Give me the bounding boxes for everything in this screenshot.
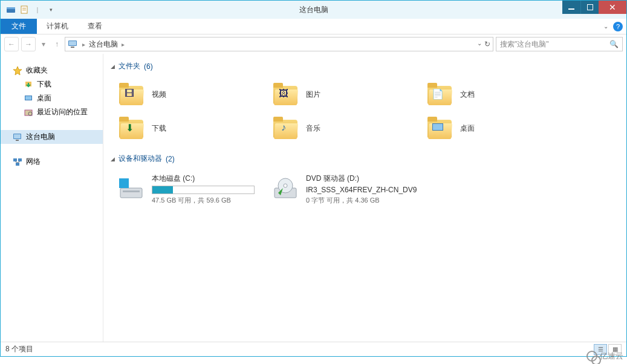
qat-separator: | [32, 4, 43, 15]
window-title: 这台电脑 [1, 5, 626, 15]
navigation-bar: ← → ▾ ↑ ▸ 这台电脑 ▸ ⌄ ↻ 搜索"这台电脑" 🔍 [1, 34, 626, 54]
tree-item-recent[interactable]: 最近访问的位置 [1, 105, 103, 119]
view-switcher: ☰ ▦ [594, 344, 622, 355]
qat-dropdown-icon[interactable]: ▾ [45, 4, 56, 15]
folder-label: 音乐 [306, 123, 320, 134]
drive-detail: 47.5 GB 可用，共 59.6 GB [152, 196, 255, 205]
search-icon[interactable]: 🔍 [609, 40, 619, 48]
chevron-right-icon[interactable]: ▸ [82, 41, 85, 48]
pictures-icon: 🖼 [272, 81, 299, 108]
folder-downloads[interactable]: ⬇ 下载 [103, 111, 258, 145]
item-count: 8 个项目 [5, 344, 33, 354]
collapse-icon[interactable]: ◢ [111, 63, 115, 70]
computer-icon [13, 132, 22, 142]
folder-label: 桌面 [460, 123, 475, 134]
svg-rect-28 [119, 178, 123, 183]
tree-label: 收藏夹 [26, 65, 48, 76]
desktop-folder-icon [426, 115, 453, 141]
details-view-button[interactable]: ☰ [594, 344, 607, 355]
ribbon-expand-icon[interactable]: ⌄ [603, 23, 608, 30]
refresh-icon[interactable]: ↻ [484, 40, 490, 48]
tree-item-desktop[interactable]: 桌面 [1, 91, 103, 105]
drive-name: DVD 驱动器 (D:) [306, 174, 417, 184]
devices-grid: 本地磁盘 (C:) 47.5 GB 可用，共 59.6 GB DVD 驱动器 (… [103, 166, 626, 215]
tree-favorites[interactable]: 收藏夹 [1, 63, 103, 77]
tree-label: 下载 [37, 79, 51, 89]
explorer-window: | ▾ 这台电脑 ✕ 文件 计算机 查看 ⌄ ? ← → ▾ ↑ ▸ 这台电脑 [0, 0, 627, 357]
search-placeholder: 搜索"这台电脑" [500, 39, 549, 50]
svg-rect-5 [568, 8, 574, 10]
folder-label: 图片 [306, 89, 320, 100]
drive-usage-bar [152, 186, 255, 194]
svg-rect-9 [71, 47, 74, 48]
title-bar: | ▾ 这台电脑 ✕ [1, 1, 626, 19]
download-icon [24, 80, 33, 89]
dvd-icon [272, 176, 299, 203]
folder-music[interactable]: ♪ 音乐 [258, 111, 412, 145]
svg-rect-1 [7, 7, 15, 9]
tab-computer[interactable]: 计算机 [37, 19, 78, 34]
star-icon [13, 66, 22, 76]
svg-rect-24 [120, 188, 142, 198]
collapse-icon[interactable]: ◢ [111, 156, 115, 162]
back-button[interactable]: ← [4, 37, 19, 51]
folder-pictures[interactable]: 🖼 图片 [258, 77, 412, 111]
address-bar[interactable]: ▸ 这台电脑 ▸ ⌄ ↻ [65, 37, 493, 51]
window-controls: ✕ [562, 1, 626, 14]
drive-d[interactable]: DVD 驱动器 (D:) IR3_SSS_X64FREV_ZH-CN_DV9 0… [258, 170, 439, 209]
tree-this-pc[interactable]: 这台电脑 [1, 130, 103, 144]
body: 收藏夹 下载 桌面 最近访问的位置 这台电脑 [1, 54, 626, 342]
properties-icon[interactable] [19, 4, 30, 15]
folder-label: 下载 [152, 123, 166, 134]
forward-button[interactable]: → [21, 37, 36, 51]
music-icon: ♪ [272, 115, 299, 141]
tree-label: 桌面 [37, 93, 51, 103]
search-input[interactable]: 搜索"这台电脑" 🔍 [496, 37, 623, 51]
drive-detail: 0 字节 可用，共 4.36 GB [306, 196, 417, 205]
drive-c[interactable]: 本地磁盘 (C:) 47.5 GB 可用，共 59.6 GB [103, 170, 258, 209]
help-icon[interactable]: ? [613, 22, 623, 31]
recent-locations-button[interactable]: ▾ [38, 37, 49, 51]
tree-item-downloads[interactable]: 下载 [1, 77, 103, 91]
network-icon [13, 157, 22, 167]
icons-view-button[interactable]: ▦ [608, 344, 622, 355]
section-label: 文件夹 [119, 61, 140, 71]
up-button[interactable]: ↑ [51, 37, 62, 51]
folder-videos[interactable]: 🎞 视频 [103, 77, 258, 111]
svg-rect-17 [14, 134, 21, 138]
svg-rect-19 [13, 158, 17, 161]
section-count: (6) [144, 62, 153, 71]
folder-label: 文档 [460, 89, 475, 100]
svg-rect-13 [25, 96, 31, 100]
folder-label: 视频 [152, 89, 166, 100]
desktop-icon [24, 94, 33, 103]
section-folders-header[interactable]: ◢ 文件夹 (6) [103, 59, 626, 74]
svg-rect-8 [69, 41, 76, 45]
tab-view[interactable]: 查看 [78, 19, 112, 34]
svg-point-34 [284, 184, 287, 187]
tree-label: 网络 [26, 157, 41, 167]
breadcrumb-this-pc[interactable]: 这台电脑 [89, 39, 118, 50]
status-bar: 8 个项目 ☰ ▦ [1, 342, 626, 356]
section-count: (2) [166, 155, 175, 163]
tree-label: 最近访问的位置 [37, 107, 88, 117]
ribbon-tabs: 文件 计算机 查看 ⌄ ? [1, 19, 626, 34]
address-dropdown-icon[interactable]: ⌄ [477, 40, 482, 48]
close-button[interactable]: ✕ [599, 1, 626, 14]
section-label: 设备和驱动器 [119, 154, 162, 164]
chevron-right-icon[interactable]: ▸ [122, 41, 125, 48]
drive-volume-label: IR3_SSS_X64FREV_ZH-CN_DV9 [306, 186, 417, 194]
tab-file[interactable]: 文件 [1, 19, 37, 34]
section-devices-header[interactable]: ◢ 设备和驱动器 (2) [103, 151, 626, 166]
hdd-icon [118, 176, 145, 203]
svg-rect-25 [123, 190, 140, 192]
folder-documents[interactable]: 📄 文档 [412, 77, 566, 111]
svg-rect-23 [433, 124, 443, 130]
maximize-button[interactable] [580, 1, 599, 14]
folder-desktop[interactable]: 桌面 [412, 111, 566, 145]
tree-network[interactable]: 网络 [1, 155, 103, 169]
svg-rect-31 [124, 183, 128, 187]
content-pane: ◢ 文件夹 (6) 🎞 视频 🖼 图片 📄 文档 ⬇ [103, 54, 626, 342]
computer-icon [68, 40, 79, 48]
minimize-button[interactable] [562, 1, 580, 14]
